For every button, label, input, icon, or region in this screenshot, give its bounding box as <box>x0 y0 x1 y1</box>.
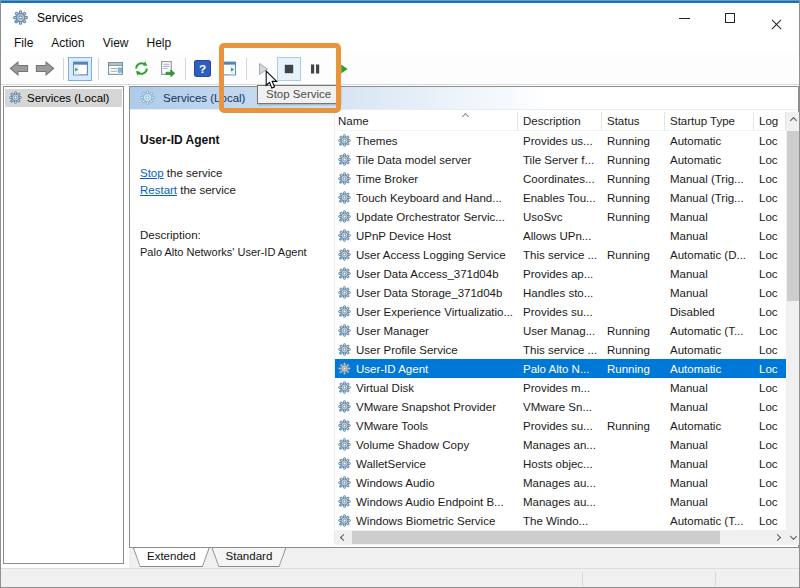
view-tab[interactable]: Standard <box>212 548 287 567</box>
chevron-left-icon <box>340 534 347 541</box>
column-header-description[interactable]: Description <box>518 112 602 130</box>
service-gear-icon <box>338 495 351 508</box>
table-row[interactable]: Windows Audio Manages au... Manual Loc <box>335 473 786 492</box>
export-list-icon <box>159 60 176 77</box>
refresh-button[interactable] <box>129 57 153 81</box>
table-row[interactable]: Time Broker Coordinates... Running Manua… <box>335 169 786 188</box>
title-bar[interactable]: Services <box>1 3 799 33</box>
close-button[interactable] <box>753 3 799 33</box>
cell-status: Running <box>602 325 665 337</box>
cell-startup-type: Automatic <box>665 135 754 147</box>
horizontal-scrollbar[interactable] <box>335 530 786 545</box>
table-row[interactable]: User Access Logging Service This service… <box>335 245 786 264</box>
start-service-button[interactable] <box>251 57 275 81</box>
table-row[interactable]: Windows Biometric Service The Windo... A… <box>335 511 786 530</box>
restart-service-link[interactable]: Restart <box>140 184 177 196</box>
properties-button[interactable] <box>103 57 127 81</box>
list-header: Name Description Status Startup Type Log <box>335 112 786 131</box>
vertical-scrollbar-thumb[interactable] <box>787 131 799 301</box>
menu-item[interactable]: View <box>94 34 138 52</box>
menu-item[interactable]: File <box>5 34 42 52</box>
restart-service-button[interactable] <box>329 57 353 81</box>
table-row[interactable]: User-ID Agent Palo Alto N... Running Aut… <box>335 359 786 378</box>
minimize-button[interactable] <box>661 3 707 33</box>
column-header-startup-type[interactable]: Startup Type <box>665 112 754 130</box>
cell-log-on-as: Loc <box>754 306 786 318</box>
status-bar <box>1 568 800 588</box>
service-gear-icon <box>338 134 351 147</box>
table-row[interactable]: User Experience Virtualizatio... Provide… <box>335 302 786 321</box>
services-window: Services FileActionViewHelp ? Services <box>0 0 800 588</box>
cell-log-on-as: Loc <box>754 420 786 432</box>
horizontal-scrollbar-thumb[interactable] <box>352 531 720 544</box>
cell-name: Update Orchestrator Servic... <box>356 211 505 223</box>
scroll-down-button[interactable] <box>786 530 800 545</box>
view-tab[interactable]: Extended <box>133 548 210 567</box>
cell-startup-type: Manual <box>665 439 754 451</box>
cell-log-on-as: Loc <box>754 363 786 375</box>
extended-panel: User-ID Agent Stop the service Restart t… <box>130 110 334 547</box>
properties-icon <box>107 60 124 77</box>
tree-item-services-local[interactable]: Services (Local) <box>5 89 122 107</box>
menu-item[interactable]: Action <box>42 34 93 52</box>
service-gear-icon <box>338 381 351 394</box>
chevron-up-icon <box>789 117 796 124</box>
table-row[interactable]: Virtual Disk Provides m... Manual Loc <box>335 378 786 397</box>
maximize-button[interactable] <box>707 3 753 33</box>
forward-button[interactable] <box>33 57 57 81</box>
cell-name: Windows Audio Endpoint B... <box>356 496 504 508</box>
table-row[interactable]: Volume Shadow Copy Manages an... Manual … <box>335 435 786 454</box>
export-list-button[interactable] <box>155 57 179 81</box>
table-row[interactable]: UPnP Device Host Allows UPn... Manual Lo… <box>335 226 786 245</box>
cell-description: Coordinates... <box>518 173 602 185</box>
service-gear-icon <box>338 229 351 242</box>
table-row[interactable]: VMware Tools Provides su... Running Auto… <box>335 416 786 435</box>
show-action-pane-button[interactable] <box>216 57 240 81</box>
stop-service-button[interactable] <box>277 57 301 81</box>
cell-status: Running <box>602 344 665 356</box>
cell-description: Provides su... <box>518 306 602 318</box>
selected-service-name: User-ID Agent <box>140 133 220 147</box>
back-button[interactable] <box>7 57 31 81</box>
cell-status: Running <box>602 154 665 166</box>
menu-item[interactable]: Help <box>138 34 181 52</box>
scroll-left-button[interactable] <box>335 530 350 545</box>
table-row[interactable]: WalletService Hosts objec... Manual Loc <box>335 454 786 473</box>
show-console-tree-button[interactable] <box>68 57 92 81</box>
cell-startup-type: Manual <box>665 382 754 394</box>
cell-description: Manages au... <box>518 477 602 489</box>
table-row[interactable]: Update Orchestrator Servic... UsoSvc Run… <box>335 207 786 226</box>
table-row[interactable]: User Data Storage_371d04b Handles sto...… <box>335 283 786 302</box>
stop-service-link[interactable]: Stop <box>140 167 164 179</box>
table-row[interactable]: VMware Snapshot Provider VMware Sn... Ma… <box>335 397 786 416</box>
cell-status: Running <box>602 135 665 147</box>
table-row[interactable]: Touch Keyboard and Hand... Enables Tou..… <box>335 188 786 207</box>
toolbar-separator <box>63 58 64 80</box>
table-row[interactable]: Tile Data model server Tile Server f... … <box>335 150 786 169</box>
stop-service-icon <box>281 61 297 77</box>
service-gear-icon <box>338 286 351 299</box>
vertical-scrollbar[interactable] <box>786 112 800 545</box>
cell-status: Running <box>602 420 665 432</box>
cell-log-on-as: Loc <box>754 496 786 508</box>
table-row[interactable]: Themes Provides us... Running Automatic … <box>335 131 786 150</box>
service-gear-icon <box>338 210 351 223</box>
column-header-status[interactable]: Status <box>602 112 665 130</box>
help-button[interactable]: ? <box>190 57 214 81</box>
table-row[interactable]: User Data Access_371d04b Provides ap... … <box>335 264 786 283</box>
cell-description: Provides us... <box>518 135 602 147</box>
pause-service-button[interactable] <box>303 57 327 81</box>
table-row[interactable]: User Profile Service This service ... Ru… <box>335 340 786 359</box>
column-header-name[interactable]: Name <box>335 112 518 130</box>
cell-description: Allows UPn... <box>518 230 602 242</box>
cell-description: This service ... <box>518 344 602 356</box>
cell-name: UPnP Device Host <box>356 230 451 242</box>
cell-name: Windows Audio <box>356 477 435 489</box>
table-row[interactable]: Windows Audio Endpoint B... Manages au..… <box>335 492 786 511</box>
column-header-log[interactable]: Log <box>754 112 786 130</box>
table-row[interactable]: User Manager User Manag... Running Autom… <box>335 321 786 340</box>
scroll-right-button[interactable] <box>771 530 786 545</box>
stop-service-line: Stop the service <box>140 167 222 179</box>
scroll-up-button[interactable] <box>786 112 800 127</box>
service-gear-icon <box>338 324 351 337</box>
